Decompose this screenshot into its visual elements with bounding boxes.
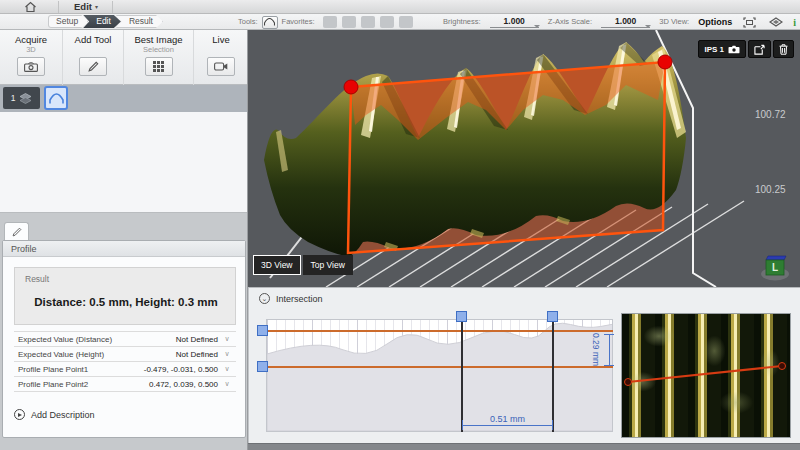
profile-tool-thumbnail[interactable] <box>44 86 68 110</box>
main-toolbar: Setup Edit Result Tools: Favorites: Brig… <box>0 14 800 30</box>
info-icon[interactable]: i <box>793 17 796 28</box>
favorite-slot[interactable] <box>323 16 337 28</box>
view3d-label: 3D View: <box>659 14 689 30</box>
table-row[interactable]: Profile Plane Point2 0.472, 0.039, 0.500… <box>14 377 236 392</box>
chevron-down-icon[interactable]: ∨ <box>218 335 236 343</box>
result-value: Distance: 0.5 mm, Height: 0.3 mm <box>15 296 237 308</box>
ips-label: IPS 1 <box>704 45 724 54</box>
view3d-options-button[interactable]: Options <box>698 17 732 27</box>
zaxis-scale-label: Z-Axis Scale: <box>548 14 592 30</box>
row-value: Not Defined <box>132 350 218 359</box>
intersection-panel: ⌄ Intersection 0.51 mm 0.29 mm <box>248 287 800 443</box>
profile-curve-icon <box>264 18 275 26</box>
intersection-header[interactable]: ⌄ Intersection <box>259 293 323 304</box>
favorite-slot[interactable] <box>361 16 375 28</box>
z-axis-value-bottom: 100.25 <box>755 184 799 195</box>
edit-menu[interactable]: Edit▾ <box>70 0 102 14</box>
best-image-button[interactable] <box>145 57 173 76</box>
pencil-icon <box>88 61 99 72</box>
add-description-button[interactable]: Add Description <box>14 409 95 420</box>
top-view-button[interactable]: Top View <box>303 255 353 275</box>
favorite-slot[interactable] <box>399 16 413 28</box>
live-button[interactable] <box>207 57 235 76</box>
orientation-cube[interactable]: L <box>758 252 792 282</box>
dataset-thumbnail[interactable]: 1 <box>3 87 40 109</box>
export-button[interactable] <box>748 40 771 58</box>
layers-icon <box>19 93 32 104</box>
camera-icon <box>24 62 38 72</box>
tools-label: Tools: <box>238 14 258 30</box>
chevron-down-icon[interactable]: ∨ <box>218 365 236 373</box>
line-endpoint-left[interactable] <box>625 379 632 386</box>
row-value: Not Defined <box>132 335 218 344</box>
acquire-sublabel: 3D <box>26 45 36 54</box>
live-group: Live <box>193 30 248 85</box>
menu-separator <box>112 1 113 13</box>
ips-capture-button[interactable]: IPS 1 <box>698 40 746 58</box>
best-image-label: Best Image <box>134 34 182 45</box>
action-bar: Acquire 3D Add Tool Best Image Selection… <box>0 30 248 85</box>
tab-edit[interactable]: Edit <box>83 15 121 28</box>
cursor-handle-2[interactable] <box>547 311 558 322</box>
table-row[interactable]: Profile Plane Point1 -0.479, -0.031, 0.5… <box>14 362 236 377</box>
lower-reference-handle[interactable] <box>257 361 268 372</box>
microscope-image[interactable] <box>621 313 791 438</box>
home-icon[interactable] <box>24 1 38 13</box>
status-strip <box>248 443 800 450</box>
fit-view-button[interactable] <box>741 16 758 29</box>
right-pane: IPS 1 100.72 100.25 3D View Top View L <box>248 30 800 450</box>
row-label: Expected Value (Distance) <box>14 335 132 344</box>
chevron-down-icon[interactable]: ∨ <box>218 380 236 388</box>
collapse-icon: ⌄ <box>259 293 270 304</box>
viewport-toolbar: IPS 1 <box>698 40 794 58</box>
video-camera-icon <box>214 62 228 71</box>
z-axis-value-top: 100.72 <box>755 109 799 120</box>
tool-list-area[interactable] <box>0 112 248 213</box>
add-tool-button[interactable] <box>79 57 107 76</box>
profile-tool-tab[interactable] <box>4 222 29 240</box>
tool-thumbnail-strip: 1 <box>0 85 248 112</box>
measurement-line-overlay <box>622 314 790 437</box>
table-row[interactable]: Expected Value (Distance) Not Defined ∨ <box>14 332 236 347</box>
row-label: Expected Value (Height) <box>14 350 132 359</box>
row-value: 0.472, 0.039, 0.500 <box>132 380 218 389</box>
profile-curve-icon <box>49 93 64 104</box>
dataset-index: 1 <box>11 93 16 103</box>
delete-button[interactable] <box>773 40 794 58</box>
3d-view-button[interactable]: 3D View <box>253 255 301 275</box>
favorite-slot[interactable] <box>342 16 356 28</box>
export-icon <box>754 44 765 55</box>
profile-chart[interactable] <box>266 319 613 432</box>
tab-setup[interactable]: Setup <box>48 15 88 28</box>
chevron-down-icon[interactable]: ∨ <box>218 350 236 358</box>
plane-view-button[interactable] <box>767 16 784 29</box>
plane-handle-right[interactable] <box>658 55 672 69</box>
favorite-slot[interactable] <box>380 16 394 28</box>
best-image-group: Best Image Selection <box>123 30 193 85</box>
expand-icon <box>14 409 25 420</box>
profile-settings-card: Profile Result Distance: 0.5 mm, Height:… <box>2 240 246 438</box>
plane-handle-left[interactable] <box>344 80 358 94</box>
row-label: Profile Plane Point1 <box>14 365 132 374</box>
brightness-field[interactable]: 1.000 <box>490 16 539 28</box>
3d-viewport[interactable]: IPS 1 100.72 100.25 3D View Top View L <box>248 30 800 287</box>
zaxis-scale-field[interactable]: 1.000 <box>601 16 650 28</box>
table-row[interactable]: Expected Value (Height) Not Defined ∨ <box>14 347 236 362</box>
profile-tool-button[interactable] <box>262 16 278 29</box>
fit-frame-icon <box>743 17 756 28</box>
upper-reference-handle[interactable] <box>257 325 268 336</box>
acquire-button[interactable] <box>17 57 45 76</box>
distance-dimension-label: 0.51 mm <box>462 414 553 424</box>
property-table: Expected Value (Distance) Not Defined ∨ … <box>14 331 236 392</box>
tab-result[interactable]: Result <box>116 15 163 28</box>
lower-reference-line[interactable] <box>266 366 613 368</box>
3d-scene <box>248 30 800 287</box>
upper-reference-line[interactable] <box>266 330 613 332</box>
acquire-group: Acquire 3D <box>0 30 62 85</box>
menu-bar: Edit▾ <box>0 0 800 14</box>
tools-group: Tools: Favorites: <box>238 14 413 30</box>
menu-caret-icon: ▾ <box>95 4 98 10</box>
cursor-handle-1[interactable] <box>456 311 467 322</box>
add-description-label: Add Description <box>31 410 95 420</box>
line-endpoint-right[interactable] <box>779 363 786 370</box>
